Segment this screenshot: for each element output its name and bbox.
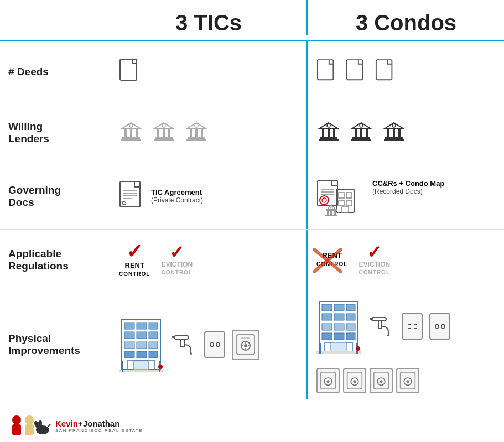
- svg-rect-73: [124, 323, 134, 329]
- svg-rect-46: [120, 181, 140, 207]
- svg-rect-13: [163, 128, 165, 137]
- tics-title: 3 TICs: [175, 11, 242, 35]
- deed-icon-tic: [119, 58, 141, 86]
- bank-icon-tic-1: [119, 121, 143, 145]
- lenders-row: Willing Lenders: [0, 102, 504, 163]
- outlet-icon-condo-1: [402, 313, 423, 340]
- deeds-label: # Deeds: [0, 60, 111, 84]
- svg-rect-67: [330, 211, 332, 215]
- building-tic: [119, 314, 163, 375]
- svg-rect-30: [319, 139, 339, 141]
- building-condo: [316, 296, 361, 357]
- svg-rect-19: [190, 128, 192, 137]
- thermostat-condo-2: [343, 368, 366, 393]
- physical-condos: [308, 290, 504, 399]
- svg-rect-69: [325, 215, 337, 216]
- lenders-condos: [308, 115, 504, 150]
- faucet-icon-condo: [367, 314, 395, 339]
- svg-point-102: [244, 344, 247, 347]
- svg-rect-35: [366, 128, 368, 137]
- eviction-check-tic: ✓: [169, 243, 184, 261]
- svg-rect-106: [334, 304, 344, 311]
- thermostat-icon-tic: [232, 330, 259, 360]
- svg-line-148: [47, 424, 50, 428]
- svg-point-126: [387, 334, 389, 336]
- outlet-icon-tic: [204, 331, 225, 358]
- svg-rect-87: [119, 370, 163, 372]
- svg-rect-2: [347, 60, 363, 80]
- condos-docs-icons: [316, 179, 343, 214]
- physical-tics: [111, 309, 306, 381]
- svg-rect-5: [124, 128, 127, 137]
- svg-point-31: [327, 124, 330, 127]
- deeds-tics: [111, 53, 306, 91]
- svg-rect-68: [334, 211, 336, 215]
- tics-header-col: 3 TICs: [111, 11, 306, 35]
- svg-point-122: [356, 346, 360, 351]
- logo-name: Kevin+Jonathan: [55, 419, 143, 428]
- eviction-control-label-condo: EVICTION CONTROL: [358, 261, 390, 275]
- svg-rect-79: [124, 342, 134, 349]
- physical-label: Physical Improvements: [0, 327, 111, 362]
- svg-rect-113: [346, 324, 355, 330]
- header: 3 TICs 3 Condos: [0, 0, 504, 41]
- svg-rect-112: [334, 324, 344, 330]
- bank-icon-condo-1: [316, 121, 341, 145]
- svg-point-130: [327, 380, 330, 383]
- svg-rect-34: [360, 128, 362, 137]
- svg-rect-66: [327, 211, 329, 215]
- svg-rect-109: [334, 314, 344, 320]
- svg-rect-119: [316, 351, 361, 354]
- svg-point-136: [380, 380, 383, 383]
- regulations-row: Applicable Regulations ✓ RENT CONTROL ✓ …: [0, 230, 504, 290]
- condos-title: 3 Condos: [356, 11, 456, 35]
- logo-figures-svg: [8, 412, 53, 440]
- governing-label: Governing Docs: [0, 179, 111, 214]
- svg-rect-44: [384, 139, 404, 141]
- svg-rect-62: [342, 207, 349, 212]
- condos-governing-content: CC&Rs + Condo Map (Recorded Docs): [316, 179, 444, 214]
- deed-icon-condo-3: [375, 59, 396, 85]
- svg-rect-111: [322, 324, 332, 330]
- outlet-holes-tic: [210, 342, 220, 347]
- svg-rect-20: [195, 128, 198, 137]
- svg-rect-21: [201, 128, 203, 137]
- svg-rect-3: [376, 60, 392, 80]
- thermostat-condo-3: [370, 368, 393, 393]
- svg-point-56: [322, 198, 326, 202]
- outlet-hole-condo-2-left: [435, 324, 439, 329]
- deed-icon-condo-1: [316, 59, 337, 85]
- outlet-hole-condo-1-left: [408, 324, 411, 329]
- svg-rect-114: [322, 333, 332, 340]
- svg-rect-78: [149, 332, 158, 339]
- thermostat-condo-1: [316, 368, 340, 393]
- svg-point-24: [195, 124, 198, 127]
- svg-rect-27: [328, 128, 330, 137]
- svg-rect-108: [322, 314, 332, 320]
- content: # Deeds: [0, 41, 504, 409]
- bank-icon-tic-3: [184, 121, 209, 145]
- regulations-tics: ✓ RENT CONTROL ✓ EVICTION CONTROL: [111, 236, 306, 283]
- thermo-svg-4: [399, 371, 416, 390]
- outlet-holes-condo-2: [435, 324, 445, 329]
- thermo-svg-3: [373, 371, 389, 390]
- lenders-tics: [111, 115, 306, 150]
- svg-rect-92: [181, 339, 184, 347]
- rent-x-wrapper: RENT CONTROL: [316, 252, 347, 268]
- svg-rect-29: [320, 137, 337, 139]
- svg-rect-84: [149, 351, 158, 358]
- thermo-svg-1: [320, 371, 336, 390]
- tic-rent-control: ✓ RENT CONTROL: [119, 242, 150, 278]
- logo-area: Kevin+Jonathan SAN FRANCISCO REAL ESTATE: [8, 412, 143, 440]
- svg-rect-83: [137, 351, 147, 358]
- footer: Kevin+Jonathan SAN FRANCISCO REAL ESTATE: [0, 409, 504, 442]
- svg-rect-81: [149, 342, 158, 349]
- deeds-row: # Deeds: [0, 41, 504, 102]
- svg-rect-41: [393, 128, 395, 137]
- condo-rent-control: RENT CONTROL: [316, 252, 347, 268]
- svg-rect-124: [378, 321, 382, 329]
- physical-row: Physical Improvements: [0, 290, 504, 399]
- svg-rect-141: [12, 424, 21, 435]
- outlet-holes-condo-1: [408, 324, 417, 329]
- thermo-svg-2: [346, 371, 363, 390]
